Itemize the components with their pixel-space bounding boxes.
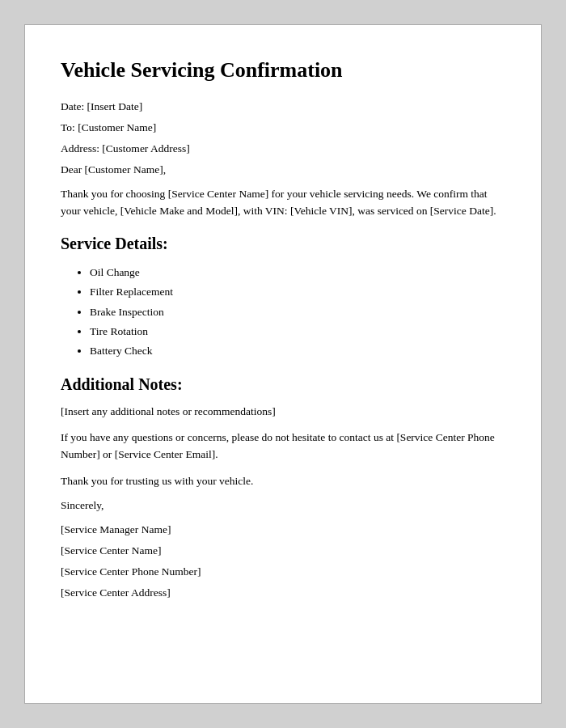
signature-block: [Service Manager Name] [Service Center N… bbox=[61, 523, 505, 599]
address-line: Address: [Customer Address] bbox=[61, 142, 505, 155]
sincerely-line: Sincerely, bbox=[61, 499, 505, 512]
list-item: Tire Rotation bbox=[90, 324, 505, 340]
to-line: To: [Customer Name] bbox=[61, 121, 505, 134]
signature-center-name: [Service Center Name] bbox=[61, 544, 505, 557]
service-details-heading: Service Details: bbox=[61, 235, 505, 253]
service-list: Oil Change Filter Replacement Brake Insp… bbox=[61, 265, 505, 359]
date-line: Date: [Insert Date] bbox=[61, 100, 505, 113]
signature-address: [Service Center Address] bbox=[61, 586, 505, 599]
list-item: Battery Check bbox=[90, 343, 505, 359]
signature-manager: [Service Manager Name] bbox=[61, 523, 505, 536]
additional-notes-heading: Additional Notes: bbox=[61, 375, 505, 394]
thank-you-line: Thank you for trusting us with your vehi… bbox=[61, 475, 505, 488]
list-item: Filter Replacement bbox=[90, 284, 505, 300]
document-title: Vehicle Servicing Confirmation bbox=[61, 57, 505, 83]
notes-placeholder: [Insert any additional notes or recommen… bbox=[61, 405, 505, 418]
greeting-line: Dear [Customer Name], bbox=[61, 163, 505, 176]
signature-phone: [Service Center Phone Number] bbox=[61, 565, 505, 578]
document-container: Vehicle Servicing Confirmation Date: [In… bbox=[24, 24, 542, 704]
contact-paragraph: If you have any questions or concerns, p… bbox=[61, 430, 505, 463]
list-item: Brake Inspection bbox=[90, 304, 505, 320]
list-item: Oil Change bbox=[90, 265, 505, 281]
intro-paragraph: Thank you for choosing [Service Center N… bbox=[61, 186, 505, 220]
